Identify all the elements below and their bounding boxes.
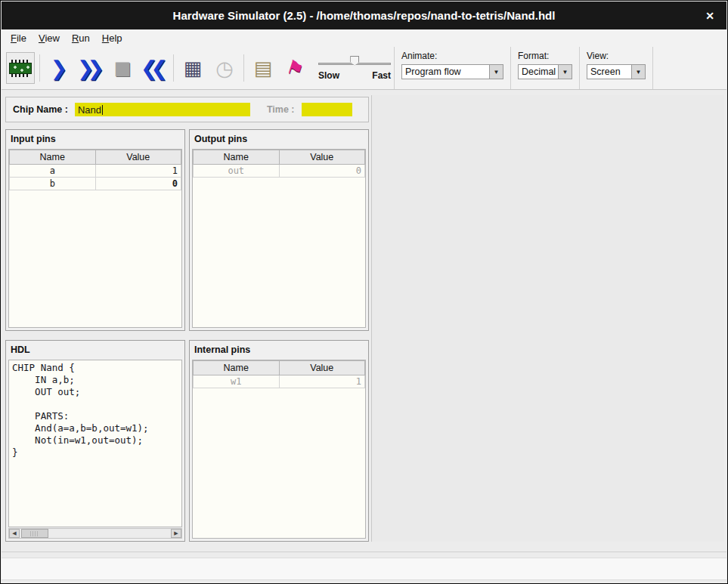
menu-run[interactable]: Run bbox=[66, 31, 96, 45]
chip-name-bar: Chip Name : Nand Time : bbox=[5, 97, 369, 122]
speed-control: Slow Fast bbox=[318, 56, 391, 81]
view-select[interactable]: Screen ▼ bbox=[587, 64, 646, 79]
status-bar bbox=[2, 558, 726, 580]
hdl-source: CHIP Nand { IN a,b; OUT out; PARTS: And(… bbox=[12, 362, 181, 459]
scroll-left-button[interactable]: ◀ bbox=[9, 529, 20, 538]
format-select[interactable]: Decimal ▼ bbox=[518, 64, 572, 79]
toolbar-separator bbox=[243, 54, 244, 82]
menu-help[interactable]: Help bbox=[96, 31, 129, 45]
internal-pins-title: Internal pins bbox=[190, 341, 368, 358]
pin-name: out bbox=[194, 165, 280, 178]
slider-labels: Slow Fast bbox=[318, 70, 391, 81]
scrollbar-thumb[interactable] bbox=[21, 529, 48, 538]
chip-name-label: Chip Name : bbox=[13, 104, 68, 115]
column-header-name: Name bbox=[10, 150, 96, 165]
animate-group: Animate: Program flow ▼ bbox=[394, 47, 510, 89]
bottom-divider bbox=[2, 552, 726, 552]
format-label: Format: bbox=[518, 51, 572, 61]
clock-icon: ◷ bbox=[215, 58, 234, 79]
output-pins-panel: Output pins Name Value out 0 bbox=[189, 129, 369, 331]
table-row: out 0 bbox=[194, 165, 365, 178]
toolbar-separator bbox=[173, 54, 174, 82]
column-header-value: Value bbox=[95, 150, 181, 165]
input-pins-body: Name Value a 1 b 0 bbox=[8, 149, 182, 328]
single-step-icon: ❯ bbox=[51, 58, 68, 79]
chip-icon bbox=[9, 63, 32, 74]
column-header-value: Value bbox=[279, 150, 365, 165]
load-chip-button[interactable] bbox=[6, 52, 35, 84]
stop-button[interactable]: ■ bbox=[108, 52, 137, 84]
document-icon: ▤ bbox=[254, 58, 273, 78]
output-pins-title: Output pins bbox=[190, 130, 368, 147]
hdl-title: HDL bbox=[6, 341, 184, 358]
pin-value: 1 bbox=[279, 375, 365, 388]
output-pins-table: Name Value out 0 bbox=[193, 150, 365, 178]
hdl-horizontal-scrollbar[interactable]: ◀ ▶ bbox=[8, 528, 182, 539]
flag-icon: ⚑ bbox=[283, 57, 305, 80]
chevron-down-icon[interactable]: ▼ bbox=[558, 65, 572, 79]
text-caret bbox=[102, 105, 103, 115]
menu-bar: File View Run Help bbox=[2, 29, 726, 47]
single-step-button[interactable]: ❯ bbox=[45, 52, 73, 84]
output-pins-body: Name Value out 0 bbox=[192, 149, 366, 328]
title-bar: Hardware Simulator (2.5) - /home/thomas/… bbox=[2, 2, 726, 29]
evaluate-button[interactable]: ▦ bbox=[178, 52, 207, 84]
input-pins-panel: Input pins Name Value a 1 b 0 bbox=[5, 129, 185, 331]
view-value: Screen bbox=[587, 65, 631, 79]
hdl-code-view: CHIP Nand { IN a,b; OUT out; PARTS: And(… bbox=[8, 360, 182, 527]
fast-label: Fast bbox=[372, 70, 391, 81]
column-header-name: Name bbox=[194, 361, 280, 375]
table-row: a 1 bbox=[10, 165, 181, 178]
view-label: View: bbox=[587, 51, 646, 61]
time-label: Time : bbox=[267, 104, 295, 115]
close-window-button[interactable]: ✕ bbox=[705, 2, 714, 29]
pin-name: b bbox=[10, 178, 96, 190]
run-icon: ❯❯ bbox=[77, 58, 104, 79]
pin-value[interactable]: 1 bbox=[95, 165, 181, 178]
column-header-value: Value bbox=[279, 361, 365, 375]
clock-button: ◷ bbox=[210, 52, 239, 84]
scroll-right-button[interactable]: ▶ bbox=[171, 529, 181, 538]
internal-pins-body: Name Value w1 1 bbox=[192, 360, 366, 539]
chevron-down-icon[interactable]: ▼ bbox=[489, 65, 503, 79]
hdl-panel: HDL CHIP Nand { IN a,b; OUT out; PARTS: … bbox=[5, 340, 185, 542]
animate-select[interactable]: Program flow ▼ bbox=[401, 64, 503, 79]
table-row: w1 1 bbox=[194, 375, 365, 388]
toolbar-separator bbox=[39, 54, 40, 82]
breakpoint-button[interactable]: ⚑ bbox=[280, 52, 309, 84]
rewind-icon: ❮❮ bbox=[141, 58, 168, 79]
chip-name-text: Nand bbox=[78, 104, 101, 116]
speed-slider[interactable] bbox=[318, 56, 391, 66]
internal-pins-panel: Internal pins Name Value w1 1 bbox=[189, 340, 369, 542]
hardware-simulator-window: { "window": { "title": "Hardware Simulat… bbox=[0, 0, 728, 584]
animate-value: Program flow bbox=[402, 65, 489, 79]
view-group: View: Screen ▼ bbox=[579, 47, 653, 89]
toolbar: ❯ ❯❯ ■ ❮❮ ▦ ◷ ▤ ⚑ Slow Fast Animate: Pro… bbox=[2, 47, 726, 90]
chip-name-input[interactable]: Nand bbox=[75, 103, 250, 116]
format-group: Format: Decimal ▼ bbox=[510, 47, 579, 89]
view-hdl-button[interactable]: ▤ bbox=[249, 52, 277, 84]
chevron-down-icon[interactable]: ▼ bbox=[631, 65, 645, 79]
stop-icon: ■ bbox=[114, 59, 132, 77]
pin-name: a bbox=[10, 165, 96, 178]
animate-label: Animate: bbox=[401, 51, 503, 61]
input-pins-table: Name Value a 1 b 0 bbox=[9, 150, 181, 190]
menu-view[interactable]: View bbox=[33, 31, 66, 45]
window-title: Hardware Simulator (2.5) - /home/thomas/… bbox=[173, 9, 556, 22]
format-value: Decimal bbox=[519, 65, 558, 79]
rewind-button[interactable]: ❮❮ bbox=[140, 52, 169, 84]
menu-file[interactable]: File bbox=[5, 31, 33, 45]
time-display bbox=[302, 103, 352, 116]
run-button[interactable]: ❯❯ bbox=[76, 52, 105, 84]
calculator-icon: ▦ bbox=[184, 58, 203, 78]
column-header-name: Name bbox=[194, 150, 280, 165]
internal-pins-table: Name Value w1 1 bbox=[193, 360, 365, 388]
screen-view-area bbox=[371, 95, 724, 542]
pin-value: 0 bbox=[279, 165, 365, 178]
table-row: b 0 bbox=[10, 178, 181, 190]
slow-label: Slow bbox=[318, 70, 339, 81]
pin-name: w1 bbox=[194, 375, 280, 388]
pin-value[interactable]: 0 bbox=[95, 178, 181, 190]
input-pins-title: Input pins bbox=[6, 130, 184, 147]
